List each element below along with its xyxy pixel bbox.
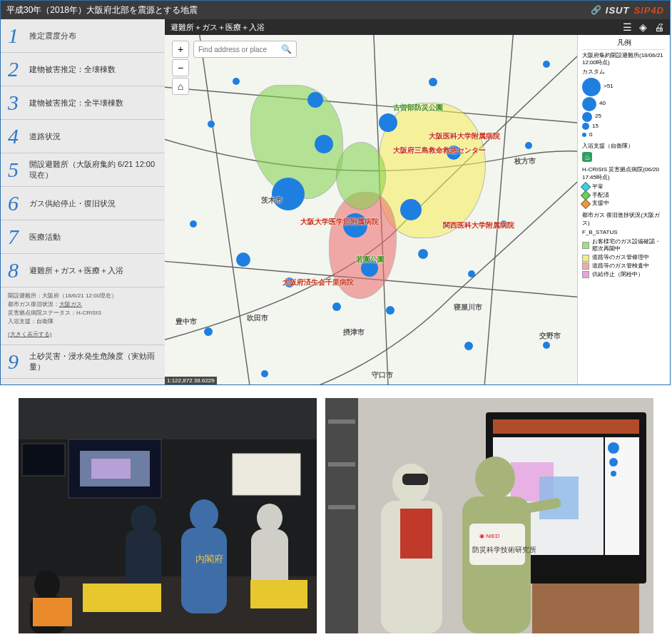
logo-sip: SIP4D: [633, 5, 664, 16]
sidebar-item-label: 医療活動: [29, 232, 158, 243]
page-title: 平成30年（2018年）大阪府北部を震源とする地震: [6, 4, 198, 16]
svg-text:◉ NIED: ◉ NIED: [479, 533, 500, 539]
label-toyonaka: 豊中市: [175, 317, 197, 327]
zoom-out-button[interactable]: −: [172, 59, 189, 76]
svg-rect-44: [328, 462, 355, 467]
svg-rect-34: [402, 474, 428, 485]
sidebar-item-5-shelter[interactable]: 5 開設避難所（大阪府集約 6/21 12:00現在）: [1, 153, 165, 187]
svg-rect-7: [233, 454, 300, 495]
search-icon[interactable]: 🔍: [281, 44, 292, 54]
svg-rect-45: [328, 505, 355, 509]
sidebar-item-label: 推定震度分布: [29, 31, 158, 41]
link-osakagas[interactable]: 大阪ガス: [59, 301, 82, 307]
sidebar-item-1-shindo[interactable]: 1 推定震度分布: [1, 19, 165, 53]
svg-rect-27: [539, 477, 579, 519]
sidebar-item-label: ガス供給停止・復旧状況: [29, 198, 158, 209]
hotspring-icon: ♨: [582, 152, 592, 162]
sidebar-item-2-zenkai[interactable]: 2 建物被害推定：全壊棟数: [1, 53, 165, 86]
svg-rect-20: [33, 598, 72, 626]
sidebar-item-label: 建物被害推定：全半壊棟数: [29, 98, 158, 108]
sidebar-notes: 開設避難所：大阪府（18/6/21 12:00現在） 都市ガス復旧状況：大阪ガス…: [1, 287, 165, 345]
sidebar-item-8-combined[interactable]: 8 避難所＋ガス＋医療＋入浴: [1, 254, 165, 287]
label-neya: 寝屋川市: [454, 302, 482, 312]
svg-rect-35: [400, 509, 432, 559]
map-viewport[interactable]: + − ⌂ 🔍: [165, 35, 670, 384]
sidebar-item-4-road[interactable]: 4 道路状況: [1, 120, 165, 153]
svg-text:内閣府: 内閣府: [195, 554, 223, 564]
sidebar-item-7-medical[interactable]: 7 医療活動: [1, 220, 165, 254]
label-seifusenri: 大阪府済生会千里病院: [282, 277, 354, 287]
svg-rect-18: [83, 584, 161, 612]
label-mishima: 大阪府三島救命救急センター: [393, 146, 486, 156]
sidebar: 1 推定震度分布 2 建物被害推定：全壊棟数 3 建物被害推定：全半壊棟数 4 …: [1, 19, 165, 384]
svg-point-29: [609, 458, 618, 467]
svg-point-9: [131, 505, 156, 534]
svg-point-14: [257, 504, 282, 532]
svg-rect-42: [325, 398, 358, 633]
svg-rect-12: [181, 528, 227, 613]
svg-point-36: [475, 457, 515, 499]
sidebar-item-label: 土砂災害・浸水発生危険度（実効雨量）: [29, 351, 158, 372]
legend-icon[interactable]: ☰: [623, 21, 632, 33]
label-moriguchi: 守口市: [372, 370, 393, 380]
label-hirakata: 枚方市: [514, 156, 536, 166]
label-wakazono: 若園公園: [356, 255, 385, 265]
sidebar-item-3-zenhankai[interactable]: 3 建物被害推定：全半壊棟数: [1, 86, 165, 120]
home-button[interactable]: ⌂: [172, 78, 189, 95]
legend-title: 凡例: [582, 38, 666, 50]
label-settsu: 摂津市: [343, 327, 365, 337]
label-suita: 吹田市: [247, 313, 268, 323]
sidebar-item-6-gas[interactable]: 6 ガス供給停止・復旧状況: [1, 187, 165, 220]
sidebar-item-label: 開設避難所（大阪府集約 6/21 12:00現在）: [29, 159, 158, 180]
link-icon[interactable]: 🔗: [591, 5, 601, 15]
svg-point-28: [608, 442, 619, 454]
label-osakamed: 大阪医科大学附属病院: [429, 131, 500, 141]
svg-rect-19: [250, 580, 307, 608]
app-window: 平成30年（2018年）大阪府北部を震源とする地震 🔗 ISUT SIP4D 1…: [0, 0, 671, 385]
label-kosomo: 古曽部防災公園: [393, 103, 443, 113]
svg-rect-23: [493, 419, 639, 434]
svg-point-11: [190, 499, 218, 531]
map-credits: 1:122,872 38.6229: [165, 377, 217, 384]
svg-rect-25: [605, 437, 639, 555]
label-kansaimed: 関西医科大学附属病院: [443, 220, 514, 230]
print-icon[interactable]: 🖨: [654, 21, 664, 33]
map-title-bar: 避難所＋ガス＋医療＋入浴 ☰ ◈ 🖨: [165, 19, 670, 35]
svg-rect-2: [19, 398, 317, 439]
svg-rect-38: [469, 524, 525, 565]
sidebar-item-label: 避難所＋ガス＋医療＋入浴: [29, 265, 158, 276]
layers-icon[interactable]: ◈: [639, 21, 647, 33]
label-ibaraki: 茨木市: [261, 195, 282, 205]
svg-rect-6: [22, 444, 65, 476]
label-katano: 交野市: [539, 331, 561, 341]
legend-panel: 凡例 大阪府集約開設避難所(18/06/21 12:00時点) カスタム >51…: [577, 35, 670, 384]
svg-rect-31: [532, 584, 639, 633]
svg-rect-5: [91, 459, 131, 479]
photo-ops-center: 内閣府: [19, 398, 317, 633]
search-input[interactable]: [198, 42, 277, 56]
svg-point-30: [611, 471, 616, 477]
link-expand[interactable]: (大きく表示する): [8, 331, 51, 337]
sidebar-item-9-dosha[interactable]: 9 土砂災害・浸水発生危険度（実効雨量）: [1, 345, 165, 379]
map-title: 避難所＋ガス＋医療＋入浴: [170, 22, 265, 33]
map-panel: 避難所＋ガス＋医療＋入浴 ☰ ◈ 🖨: [165, 19, 670, 384]
label-osakauniho: 大阪大学医学部附属病院: [300, 217, 379, 227]
search-box: 🔍: [193, 41, 297, 58]
photo-touch-display: ◉ NIED 防災科学技術研究所: [325, 398, 653, 633]
svg-rect-43: [328, 419, 355, 424]
svg-text:防災科学技術研究所: 防災科学技術研究所: [472, 546, 536, 554]
sidebar-item-label: 建物被害推定：全壊棟数: [29, 64, 158, 75]
title-bar: 平成30年（2018年）大阪府北部を震源とする地震 🔗 ISUT SIP4D: [1, 1, 670, 19]
logo-isut: ISUT: [606, 5, 630, 16]
svg-point-16: [34, 571, 60, 599]
sidebar-item-label: 道路状況: [29, 131, 158, 142]
